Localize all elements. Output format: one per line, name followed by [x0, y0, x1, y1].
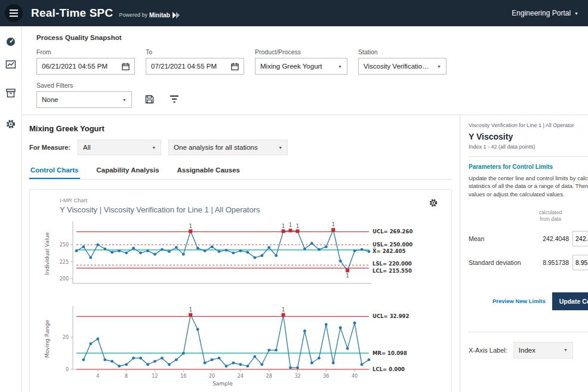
measure-select-value: All	[83, 144, 91, 151]
svg-text:MR= 10.098: MR= 10.098	[372, 350, 407, 356]
tab-capability-analysis[interactable]: Capability Analysis	[96, 164, 161, 179]
station-field: Station Viscosity Verification for ... ▼	[358, 48, 447, 75]
chart-settings-button[interactable]	[425, 197, 442, 211]
filters-section: Process Quality Snapshot From 06/21/2021…	[22, 26, 588, 115]
chevron-down-icon: ▼	[574, 11, 578, 16]
saved-filters-select[interactable]: None ▼	[36, 91, 132, 108]
brand: Real-Time SPC Powered by Minitab	[31, 7, 180, 20]
tab-control-charts[interactable]: Control Charts	[29, 164, 80, 179]
chevron-down-icon: ▼	[338, 64, 342, 69]
calendar-icon	[231, 63, 239, 70]
update-control-limits-button[interactable]: Update Control Limits	[552, 292, 588, 310]
product-label: Product/Process	[255, 48, 347, 55]
stdev-input[interactable]	[572, 255, 588, 270]
params-table: calculated from data Mean 242.4048 Stand…	[469, 205, 588, 274]
svg-text:LSL= 220.000: LSL= 220.000	[372, 261, 412, 267]
divider	[469, 156, 588, 157]
station-select[interactable]: Viscosity Verification for ... ▼	[358, 58, 447, 75]
preview-new-limits-link[interactable]: Preview New Limits	[492, 298, 546, 304]
product-title: Mixing Greek Yogurt	[29, 124, 460, 133]
product-select-value: Mixing Greek Yogurt	[260, 63, 322, 70]
product-select[interactable]: Mixing Greek Yogurt ▼	[255, 58, 347, 75]
analysis-mode-select[interactable]: One analysis for all stations ▼	[168, 140, 288, 155]
svg-text:UCL= 269.260: UCL= 269.260	[372, 229, 412, 234]
saved-filters-field: Saved Filters None ▼	[36, 82, 132, 108]
save-icon	[145, 95, 154, 104]
svg-text:1: 1	[282, 307, 285, 313]
calculated-column-header: calculated from data	[532, 209, 569, 223]
tab-assignable-causes[interactable]: Assignable Causes	[176, 164, 241, 179]
station-label: Station	[358, 48, 447, 55]
svg-text:20: 20	[63, 335, 69, 340]
from-date-input[interactable]: 06/21/2021 04:55 PM	[36, 58, 135, 75]
divider	[469, 332, 588, 332]
gear-icon	[5, 119, 16, 129]
measure-select[interactable]: All ▼	[78, 140, 161, 155]
svg-text:1: 1	[346, 273, 349, 279]
sidebar-item-charts[interactable]	[4, 57, 18, 72]
gear-icon	[429, 198, 438, 208]
minitab-logo-icon	[172, 12, 180, 18]
powered-by-text: Powered by	[119, 12, 147, 18]
sidebar-item-settings[interactable]	[4, 117, 18, 131]
svg-text:USL= 250.000: USL= 250.000	[372, 242, 412, 248]
station-select-value: Viscosity Verification for ...	[364, 63, 432, 70]
xaxis-label: X-Axis Label:	[469, 347, 507, 354]
params-section-title: Parameters for Control Limits	[469, 163, 588, 170]
svg-text:1: 1	[332, 222, 335, 227]
app-header: Real-Time SPC Powered by Minitab Enginee…	[0, 0, 588, 26]
filter-button[interactable]	[167, 91, 182, 107]
box-icon	[5, 88, 16, 98]
xaxis-select[interactable]: Index ▼	[513, 342, 573, 359]
filter-icon	[170, 95, 179, 103]
main-area: Process Quality Snapshot From 06/21/2021…	[22, 26, 588, 392]
col-header-line2: from data	[532, 216, 569, 223]
svg-text:200: 200	[60, 276, 69, 282]
chart-card: I-MR Chart Y Viscosity | Viscosity Verif…	[29, 189, 452, 392]
svg-text:LCL= 0.000: LCL= 0.000	[372, 366, 405, 372]
to-date-value: 07/21/2021 04:55 PM	[151, 63, 217, 70]
menu-button[interactable]	[5, 4, 23, 22]
mean-input[interactable]	[572, 231, 588, 246]
chevron-down-icon: ▼	[564, 348, 568, 352]
minitab-text: Minitab	[149, 12, 170, 18]
product-field: Product/Process Mixing Greek Yogurt ▼	[255, 48, 347, 75]
gauge-icon	[5, 36, 16, 47]
for-measure-label: For Measure:	[29, 144, 70, 151]
svg-text:250: 250	[60, 242, 69, 248]
sidebar-item-dashboard[interactable]	[4, 35, 18, 49]
chevron-down-icon: ▼	[122, 98, 127, 102]
chart-icon	[5, 59, 16, 70]
stdev-label: Standard deviation	[469, 259, 528, 266]
chevron-down-icon: ▼	[278, 146, 282, 150]
svg-text:12: 12	[152, 374, 158, 379]
calendar-icon	[122, 63, 130, 70]
imr-chart: 200225250UCL= 269.260USL= 250.000X̄= 242…	[35, 214, 447, 392]
svg-text:8: 8	[125, 374, 128, 379]
portal-menu[interactable]: Engineering Portal ▼	[512, 0, 578, 26]
svg-text:16: 16	[180, 374, 186, 379]
mean-calculated-value: 242.4048	[532, 235, 569, 242]
chart-title: Y Viscosity | Viscosity Verification for…	[60, 205, 260, 214]
chart-header: I-MR Chart Y Viscosity | Viscosity Verif…	[60, 197, 260, 214]
svg-text:1: 1	[189, 307, 192, 313]
svg-text:1: 1	[296, 224, 299, 229]
app-title: Real-Time SPC	[31, 7, 113, 20]
svg-text:32: 32	[294, 374, 300, 379]
mean-label: Mean	[469, 235, 528, 242]
chevron-down-icon: ▼	[152, 146, 156, 150]
panel-range-note: Index 1 - 42 (all data points)	[469, 144, 588, 150]
sidebar-item-products[interactable]	[4, 86, 18, 100]
analysis-section: Mixing Greek Yogurt For Measure: All ▼ O…	[22, 115, 460, 392]
svg-text:20: 20	[209, 374, 215, 379]
stdev-calculated-value: 8.951738	[532, 259, 569, 266]
to-date-input[interactable]: 07/21/2021 04:55 PM	[146, 58, 244, 75]
save-filter-button[interactable]	[141, 91, 157, 107]
svg-text:28: 28	[266, 374, 272, 379]
svg-text:LCL= 215.550: LCL= 215.550	[372, 268, 412, 274]
svg-text:0: 0	[66, 367, 69, 372]
xaxis-select-value: Index	[519, 347, 535, 354]
svg-text:UCL= 32.992: UCL= 32.992	[372, 313, 410, 319]
svg-text:1: 1	[282, 224, 285, 229]
panel-context: Viscosity Verification for Line 1 | All …	[469, 122, 588, 128]
